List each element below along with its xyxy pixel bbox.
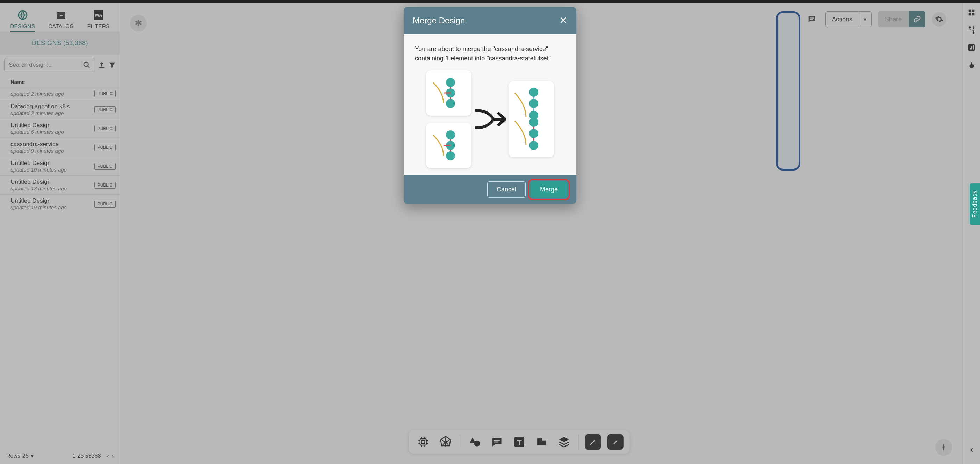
chip-icon[interactable] [415, 434, 431, 450]
svg-point-34 [446, 99, 455, 108]
right-rail [963, 3, 980, 464]
visibility-badge: PUBLIC [94, 182, 116, 189]
design-updated: updated 2 minutes ago [11, 110, 70, 116]
list-item[interactable]: Untitled Design updated 10 minutes ago P… [0, 157, 120, 175]
pager-range: 1-25 53368 [72, 453, 101, 459]
svg-point-39 [446, 151, 455, 160]
svg-text:T: T [517, 438, 522, 447]
page-prev-icon[interactable]: ‹ [107, 453, 109, 459]
design-updated: updated 19 minutes ago [11, 204, 67, 210]
list-header-name: Name [0, 75, 120, 87]
page-next-icon[interactable]: › [112, 453, 114, 459]
svg-point-37 [446, 130, 455, 140]
list-item[interactable]: Datadog agent on k8's updated 2 minutes … [0, 100, 120, 119]
svg-point-48 [529, 141, 538, 150]
arrow-icon [474, 105, 506, 133]
design-title: Untitled Design [11, 178, 67, 186]
chevron-down-icon[interactable]: ▾ [859, 11, 871, 27]
svg-rect-20 [969, 10, 971, 12]
link-icon[interactable] [909, 11, 926, 27]
visibility-badge: PUBLIC [94, 106, 116, 113]
svg-rect-1 [57, 12, 65, 14]
list-item[interactable]: Untitled Design updated 13 minutes ago P… [0, 175, 120, 194]
aperture-icon [17, 9, 29, 21]
share-button[interactable]: Share [878, 11, 926, 27]
list-item[interactable]: cassandra-service updated 9 minutes ago … [0, 138, 120, 157]
design-updated: updated 9 minutes ago [11, 148, 64, 154]
canvas-decoration-icon: ✱ [130, 15, 147, 32]
list-item[interactable]: updated 2 minutes ago PUBLIC [0, 87, 120, 100]
svg-rect-2 [57, 14, 65, 19]
visibility-badge: PUBLIC [94, 90, 116, 97]
cancel-button[interactable]: Cancel [487, 181, 526, 198]
layers-icon[interactable] [556, 434, 572, 450]
merge-illustration [415, 70, 565, 168]
collapse-icon[interactable] [967, 445, 977, 455]
svg-point-32 [446, 78, 455, 87]
kubernetes-icon[interactable] [438, 434, 453, 450]
sidebar-tab-catalog[interactable]: CATALOG [48, 9, 74, 32]
tab-icon[interactable] [534, 434, 550, 450]
actions-label: Actions [826, 11, 859, 27]
pencil-tool-icon[interactable] [585, 434, 601, 450]
svg-rect-23 [972, 13, 974, 15]
chevron-down-icon[interactable]: ▾ [31, 453, 33, 459]
visibility-badge: PUBLIC [94, 200, 116, 208]
design-updated: updated 13 minutes ago [11, 186, 67, 191]
canvas-node[interactable] [776, 11, 800, 170]
filter-icon[interactable] [108, 60, 116, 70]
search-input[interactable] [4, 58, 95, 72]
svg-point-46 [529, 118, 538, 127]
feedback-label: Feedback [972, 191, 978, 218]
svg-point-25 [973, 27, 974, 28]
upload-icon[interactable] [98, 60, 105, 70]
pen-badge-icon[interactable] [935, 439, 952, 456]
design-updated: updated 2 minutes ago [11, 91, 64, 97]
sidebar-tab-label: FILTERS [88, 23, 110, 29]
shapes-icon[interactable] [466, 434, 483, 450]
modal-title: Merge Design [413, 16, 465, 25]
svg-rect-8 [810, 17, 814, 18]
design-title: Untitled Design [11, 122, 64, 129]
grid-icon[interactable] [967, 8, 977, 17]
svg-point-24 [969, 27, 970, 28]
feedback-tab[interactable]: Feedback [969, 183, 980, 225]
list-item[interactable]: Untitled Design updated 6 minutes ago PU… [0, 119, 120, 138]
svg-rect-11 [422, 440, 425, 444]
design-updated: updated 6 minutes ago [11, 129, 64, 135]
branch-icon[interactable] [967, 25, 977, 35]
merge-button[interactable]: Merge [531, 181, 567, 198]
text-icon[interactable]: T [511, 434, 527, 450]
design-title: cassandra-service [11, 141, 64, 148]
list-item[interactable]: Untitled Design updated 19 minutes ago P… [0, 194, 120, 213]
svg-point-15 [474, 440, 480, 447]
sidebar-tab-designs[interactable]: DESIGNS [10, 9, 35, 32]
rows-value[interactable]: 25 [22, 453, 29, 459]
svg-point-26 [973, 32, 974, 33]
chart-icon[interactable] [967, 43, 977, 52]
svg-rect-21 [972, 10, 974, 12]
sidebar: DESIGNS CATALOG WA FILTERS DESIGNS (53,3… [0, 3, 120, 464]
design-list: updated 2 minutes ago PUBLIC Datadog age… [0, 87, 120, 448]
brush-tool-icon[interactable] [608, 434, 624, 450]
actions-button[interactable]: Actions ▾ [825, 11, 872, 27]
visibility-badge: PUBLIC [94, 144, 116, 151]
sidebar-tab-filters[interactable]: WA FILTERS [88, 9, 110, 32]
search-field[interactable] [9, 62, 83, 68]
close-icon[interactable]: ✕ [559, 15, 567, 26]
svg-rect-17 [494, 442, 498, 443]
svg-rect-9 [810, 19, 813, 19]
svg-point-6 [84, 62, 88, 67]
gear-icon[interactable] [932, 12, 947, 27]
pager: Rows 25 ▾ 1-25 53368 ‹ › [0, 448, 120, 464]
chat-icon[interactable] [489, 434, 505, 450]
touch-icon[interactable] [967, 60, 977, 70]
design-updated: updated 10 minutes ago [11, 167, 67, 173]
drawer-icon [55, 9, 67, 21]
bottom-toolbar: T [409, 431, 630, 453]
svg-rect-22 [969, 13, 971, 15]
design-title: Datadog agent on k8's [11, 103, 70, 110]
design-title: Untitled Design [11, 197, 67, 204]
comment-icon[interactable] [805, 12, 819, 26]
svg-rect-3 [60, 15, 62, 16]
